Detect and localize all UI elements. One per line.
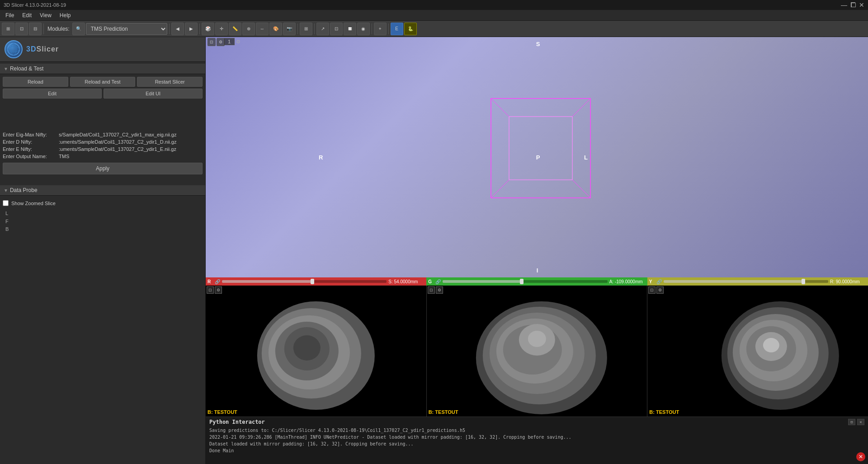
nav-fwd-btn[interactable]: ▶ [185, 23, 198, 35]
toolbar-sep-1 [43, 23, 44, 34]
output-name-row: Enter Output Name: TMS [3, 154, 203, 159]
probe-labels: L F B [3, 208, 203, 235]
restart-slicer-button[interactable]: Restart Slicer [137, 77, 203, 87]
slice-bar-G-thumb[interactable] [520, 279, 524, 284]
toolbar-fiducial-btn[interactable]: ⊕ [242, 23, 255, 35]
python-ctrl-1[interactable]: ⊡ [848, 419, 855, 425]
slice-bar-G-icon: 🔗 [435, 279, 441, 284]
nav-back-btn[interactable]: ◀ [171, 23, 184, 35]
toolbar-screenshot-btn[interactable]: 📷 [283, 23, 296, 35]
toolbar-sep-7 [388, 23, 389, 34]
slice-1-label: B: TESTOUT [208, 409, 237, 415]
toolbar-window-btn[interactable]: ⊡ [330, 23, 343, 35]
slice-3-controls: ⊡ ⚙ [648, 286, 664, 294]
orient-S: S [536, 41, 540, 47]
menu-help[interactable]: Help [56, 11, 75, 19]
d-nifty-value: :uments/SampleDat/Coil1_137027_C2_ydir1_… [59, 139, 203, 145]
toolbar-color-btn[interactable]: 🎨 [269, 23, 282, 35]
python-log-line-2: 2022-01-21 09:39:26,286 [MainThread] INF… [209, 434, 864, 441]
d-nifty-label: Enter D Nifty: [3, 139, 57, 145]
probe-f-label: F [5, 218, 200, 226]
svg-point-31 [763, 338, 779, 352]
logo-text: 3DSlicer [26, 45, 59, 53]
slice-2-maximize[interactable]: ⊡ [428, 286, 435, 294]
slice-view-2[interactable]: B: TESTOUT ⊡ ⚙ [427, 286, 648, 417]
error-close-button[interactable]: ✕ [856, 452, 865, 461]
module-search-icon[interactable]: 🔍 [72, 23, 85, 35]
brain-svg-3 [647, 286, 868, 417]
module-selector[interactable]: TMS Prediction Welcome to Slicer Data Vo… [86, 23, 167, 35]
svg-line-8 [572, 180, 590, 198]
toolbar-3d-btn[interactable]: 🎲 [202, 23, 214, 35]
toolbar-crosshair-btn[interactable]: ✛ [215, 23, 228, 35]
slice-2-settings[interactable]: ⚙ [436, 286, 443, 294]
slice-bar-Y-fill [664, 280, 804, 283]
reload-section-title: Reload & Test [10, 66, 44, 72]
form-section: Enter Eig-Max Nifty: s/SampleDat/Coil1_1… [0, 130, 205, 176]
slice-bar-R: R 🔗 S: 54.0000mm [206, 277, 426, 286]
reload-button[interactable]: Reload [3, 77, 68, 87]
restore-btn[interactable]: ⧠ [850, 2, 856, 8]
view-3d-container[interactable]: ⊡ ⚙ 1 ⚙ S I R L P [206, 37, 868, 277]
slice-1-settings[interactable]: ⚙ [215, 286, 222, 294]
slice-1-maximize[interactable]: ⊡ [207, 286, 214, 294]
right-panel: ⊡ ⚙ 1 ⚙ S I R L P [206, 37, 868, 464]
edit-ui-button[interactable]: Edit UI [104, 89, 203, 98]
window-title: 3D Slicer 4.13.0-2021-08-19 [4, 2, 66, 8]
slice-bar-Y-track[interactable] [664, 280, 828, 283]
logo-3d: 3D [26, 45, 36, 53]
show-zoomed-checkbox[interactable] [3, 200, 9, 206]
toolbar-layout-btn[interactable]: ⊞ [300, 23, 312, 35]
slice-link-icon[interactable]: ⚙ [236, 39, 241, 45]
bottom-slices: B: TESTOUT ⊡ ⚙ B: [206, 286, 868, 417]
main-layout: 3DSlicer ▼ Reload & Test Reload Reload a… [0, 37, 868, 464]
data-probe-section-header[interactable]: ▼ Data Probe [0, 185, 205, 196]
e-nifty-value: :uments/SampleDat/Coil1_137027_C2_ydir1_… [59, 146, 203, 152]
toolbar-plus-btn[interactable]: + [374, 23, 387, 35]
spacer-1 [0, 103, 205, 130]
close-btn[interactable]: ✕ [859, 2, 864, 8]
toolbar-icon-1[interactable]: ⊞ [2, 23, 14, 35]
slice-3-maximize[interactable]: ⊡ [648, 286, 656, 294]
probe-l-label: L [5, 210, 200, 218]
slice-bar-R-thumb[interactable] [311, 279, 314, 284]
output-value: TMS [59, 154, 203, 159]
reload-test-section-header[interactable]: ▼ Reload & Test [0, 64, 205, 74]
toolbar-color2-btn[interactable]: 🔲 [344, 23, 356, 35]
svg-point-2 [8, 47, 19, 52]
slice-view-1[interactable]: B: TESTOUT ⊡ ⚙ [206, 286, 427, 417]
minimize-btn[interactable]: — [841, 2, 847, 8]
apply-button[interactable]: Apply [3, 163, 203, 174]
slice-num-area: 1 ⚙ [224, 38, 241, 45]
view-maximize-btn[interactable]: ⊡ [208, 38, 216, 46]
python-panel: Python Interactor ⊡ ✕ Saving predictions… [206, 417, 868, 464]
toolbar-icon-3[interactable]: ⊟ [29, 23, 42, 35]
menu-edit[interactable]: Edit [19, 11, 35, 19]
slice-bar-Y-thumb[interactable] [802, 279, 805, 284]
menu-file[interactable]: File [2, 11, 18, 19]
python-ctrl-2[interactable]: ✕ [857, 419, 864, 425]
menu-view[interactable]: View [36, 11, 55, 19]
title-bar-controls[interactable]: — ⧠ ✕ [841, 2, 864, 8]
toolbar-ext-btn[interactable]: E [391, 23, 403, 35]
show-zoomed-label[interactable]: Show Zoomed Slice [11, 201, 56, 206]
slice-bar-G-track[interactable] [443, 280, 607, 283]
slice-3-settings[interactable]: ⚙ [656, 286, 664, 294]
reload-and-test-button[interactable]: Reload and Test [70, 77, 136, 87]
toolbar-ruler-btn[interactable]: 📏 [229, 23, 241, 35]
toolbar-arrow-btn[interactable]: ↗ [316, 23, 329, 35]
svg-point-23 [528, 331, 546, 347]
modules-label: Modules: [47, 26, 70, 32]
slice-bar-R-track[interactable] [222, 280, 387, 283]
reload-btn-row-2: Edit Edit UI [3, 89, 203, 98]
toolbar-python-btn[interactable]: 🐍 [404, 23, 417, 35]
slice-bar-Y: Y 🔗 R: 90.0000mm [647, 277, 868, 286]
wireframe-3d [486, 94, 613, 220]
slice-view-3[interactable]: B: TESTOUT ⊡ ⚙ [647, 286, 868, 417]
toolbar-transform-btn[interactable]: ↔ [256, 23, 269, 35]
slice-bars: R 🔗 S: 54.0000mm G 🔗 A: -109.0000mm [206, 277, 868, 286]
toolbar-icon-2[interactable]: ⊡ [15, 23, 28, 35]
edit-button[interactable]: Edit [3, 89, 102, 98]
reload-btn-row-1: Reload Reload and Test Restart Slicer [3, 77, 203, 87]
toolbar-seg-btn[interactable]: ◉ [357, 23, 370, 35]
